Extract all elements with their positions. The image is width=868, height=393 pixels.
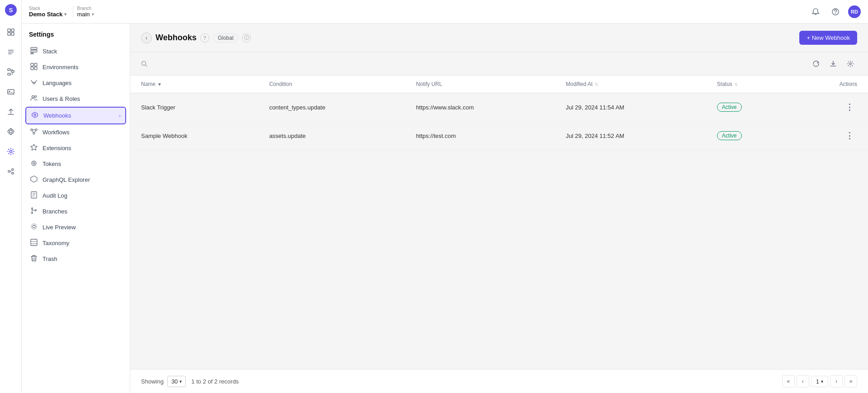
stack-dropdown-icon[interactable]: ▾ [64,12,66,17]
row1-actions-button[interactable]: ⋮ [842,100,857,114]
help-button[interactable] [828,5,843,19]
svg-point-21 [8,170,10,172]
help-icon[interactable]: ? [200,33,209,43]
sidebar-item-graphql[interactable]: GraphQL Explorer [25,172,126,188]
page-last-button[interactable]: » [844,375,857,388]
header-actions: RD [808,5,861,19]
col-notify-url: Notify URL [405,76,555,93]
info-icon[interactable]: ⓘ [242,33,251,43]
toolbar-icons [809,57,857,71]
refresh-button[interactable] [809,57,823,71]
per-page-select[interactable]: 30 ▾ [167,376,186,387]
col-status[interactable]: Status ⇅ [706,76,794,93]
svg-line-63 [146,65,147,67]
svg-line-25 [10,171,12,173]
stack-name[interactable]: Demo Stack ▾ [29,11,66,18]
showing-label: Showing [141,378,164,385]
sidebar-item-branches[interactable]: Branches [25,204,126,219]
content-area: ‹ Webhooks ? Global ⓘ + New Webhook [130,24,868,393]
back-button[interactable]: ‹ [141,33,152,43]
rail-icon-dashboard[interactable] [2,23,20,41]
global-badge[interactable]: Global [213,33,239,43]
sidebar-item-environments[interactable]: Environments [25,59,126,75]
svg-marker-48 [31,176,37,182]
page-prev-button[interactable]: ‹ [797,375,809,388]
svg-rect-5 [11,33,14,35]
svg-rect-33 [31,67,33,70]
row2-actions-button[interactable]: ⋮ [842,129,857,142]
svg-point-54 [32,213,33,214]
per-page-chevron: ▾ [179,379,182,384]
name-sort-icon: ▼ [157,82,162,87]
branch-info: Branch main ▾ [73,6,94,18]
row1-status: Active [706,93,794,122]
branch-dropdown-icon[interactable]: ▾ [92,12,94,17]
table-footer: Showing 30 ▾ 1 to 2 of 2 records « ‹ 1 ▾… [130,369,868,393]
svg-rect-59 [31,239,37,246]
sidebar-item-stack[interactable]: Stack [25,43,126,59]
rail-icon-settings[interactable] [2,142,20,161]
svg-line-24 [10,170,12,171]
row1-name: Slack Trigger [130,93,258,122]
sidebar-item-extensions-label: Extensions [42,145,71,152]
stack-label: Stack [29,6,66,11]
page-current[interactable]: 1 ▾ [811,376,828,387]
content-header: ‹ Webhooks ? Global ⓘ + New Webhook [130,24,868,52]
sidebar-item-audit-log[interactable]: Audit Log [25,188,126,204]
sidebar-title: Settings [22,24,130,42]
icon-rail: S [0,0,22,393]
col-condition: Condition [258,76,405,93]
svg-line-45 [34,131,36,133]
branches-icon [30,207,38,216]
rail-icon-deploy[interactable] [2,103,20,121]
notification-button[interactable] [808,5,823,19]
sidebar-item-trash-label: Trash [42,256,57,262]
sidebar-item-trash[interactable]: Trash [25,251,126,267]
branch-name[interactable]: main ▾ [77,11,94,18]
user-avatar[interactable]: RD [848,5,861,18]
svg-rect-30 [31,53,33,54]
rail-icon-media[interactable] [2,83,20,101]
svg-point-53 [32,208,33,209]
svg-point-22 [12,169,14,170]
svg-rect-29 [31,50,37,52]
branch-label: Branch [77,6,94,11]
search-input[interactable] [151,61,809,67]
sidebar-item-extensions[interactable]: Extensions [25,140,126,156]
svg-rect-28 [31,47,37,49]
sidebar-item-live-preview[interactable]: Live Preview [25,219,126,235]
rail-icon-integrations[interactable] [2,162,20,180]
logo-mark[interactable]: S [5,4,17,18]
sidebar-item-languages[interactable]: Languages [25,75,126,91]
page-first-button[interactable]: « [782,375,795,388]
rail-icon-preview[interactable] [2,123,20,141]
live-preview-icon [30,223,38,232]
sidebar-item-tokens-label: Tokens [42,161,61,167]
rail-icon-content[interactable] [2,43,20,61]
new-webhook-button[interactable]: + New Webhook [799,31,857,45]
sidebar-item-tokens[interactable]: Tokens [25,156,126,172]
row2-status: Active [706,122,794,150]
sidebar-item-workflows[interactable]: Workflows [25,124,126,140]
col-name[interactable]: Name ▼ [130,76,258,93]
table-row: Sample Webhook assets.update https://tes… [130,122,868,150]
row1-notify-url: https://www.slack.com [405,93,555,122]
row2-name: Sample Webhook [130,122,258,150]
rail-icon-structure[interactable] [2,63,20,81]
sidebar-item-taxonomy[interactable]: Taxonomy [25,235,126,251]
sidebar-item-workflows-label: Workflows [42,129,70,136]
tokens-icon [30,160,38,168]
sidebar-item-users-roles[interactable]: Users & Roles [25,91,126,107]
pagination: « ‹ 1 ▾ › » [782,375,857,388]
sidebar-item-webhooks[interactable]: Webhooks › [25,107,126,124]
settings-icon-button[interactable] [844,57,857,71]
col-modified-at[interactable]: Modified At ⇅ [555,76,706,93]
sidebar-item-taxonomy-label: Taxonomy [42,240,69,246]
content-body: Settings Stack Environments [22,24,868,393]
sidebar-item-audit-log-label: Audit Log [42,192,67,199]
audit-log-icon [30,191,38,200]
download-button[interactable] [826,57,840,71]
row2-actions-cell: ⋮ [793,122,868,150]
page-next-button[interactable]: › [830,375,843,388]
table-row: Slack Trigger content_types.update https… [130,93,868,122]
